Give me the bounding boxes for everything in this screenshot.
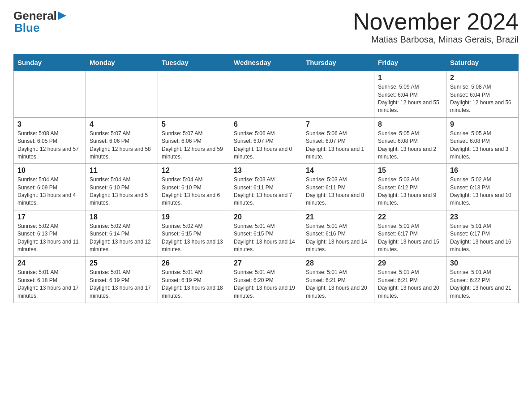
calendar-cell: 24Sunrise: 5:01 AM Sunset: 6:18 PM Dayli…	[14, 257, 86, 303]
day-number: 8	[378, 120, 442, 128]
day-info: Sunrise: 5:03 AM Sunset: 6:11 PM Dayligh…	[306, 176, 370, 207]
day-info: Sunrise: 5:08 AM Sunset: 6:04 PM Dayligh…	[450, 83, 515, 115]
day-number: 25	[90, 259, 154, 267]
day-info: Sunrise: 5:01 AM Sunset: 6:22 PM Dayligh…	[450, 269, 515, 300]
calendar-cell: 25Sunrise: 5:01 AM Sunset: 6:19 PM Dayli…	[86, 257, 158, 303]
calendar-table: SundayMondayTuesdayWednesdayThursdayFrid…	[13, 54, 519, 303]
day-number: 30	[450, 259, 515, 267]
title-area: November 2024 Matias Barbosa, Minas Gera…	[353, 9, 519, 45]
day-number: 29	[378, 259, 442, 267]
day-number: 11	[90, 167, 154, 175]
day-info: Sunrise: 5:01 AM Sunset: 6:20 PM Dayligh…	[234, 269, 298, 300]
day-number: 6	[234, 120, 298, 128]
day-info: Sunrise: 5:03 AM Sunset: 6:12 PM Dayligh…	[378, 176, 442, 207]
calendar-cell: 22Sunrise: 5:01 AM Sunset: 6:17 PM Dayli…	[374, 210, 446, 257]
day-info: Sunrise: 5:02 AM Sunset: 6:15 PM Dayligh…	[162, 223, 226, 254]
calendar-cell: 26Sunrise: 5:01 AM Sunset: 6:19 PM Dayli…	[158, 257, 230, 303]
day-info: Sunrise: 5:05 AM Sunset: 6:08 PM Dayligh…	[378, 130, 442, 161]
day-info: Sunrise: 5:02 AM Sunset: 6:14 PM Dayligh…	[90, 223, 154, 254]
day-info: Sunrise: 5:04 AM Sunset: 6:10 PM Dayligh…	[162, 176, 226, 207]
calendar-cell: 3Sunrise: 5:08 AM Sunset: 6:05 PM Daylig…	[14, 117, 86, 164]
calendar-cell: 17Sunrise: 5:02 AM Sunset: 6:13 PM Dayli…	[14, 210, 86, 257]
calendar-cell: 1Sunrise: 5:09 AM Sunset: 6:04 PM Daylig…	[374, 71, 446, 118]
day-number: 12	[162, 167, 226, 175]
calendar-cell: 29Sunrise: 5:01 AM Sunset: 6:21 PM Dayli…	[374, 257, 446, 303]
day-info: Sunrise: 5:01 AM Sunset: 6:16 PM Dayligh…	[306, 223, 370, 254]
day-number: 27	[234, 259, 298, 267]
day-number: 14	[306, 167, 370, 175]
calendar-week-row: 17Sunrise: 5:02 AM Sunset: 6:13 PM Dayli…	[14, 210, 519, 257]
day-of-week-header: Tuesday	[158, 54, 230, 71]
day-info: Sunrise: 5:01 AM Sunset: 6:21 PM Dayligh…	[378, 269, 442, 300]
day-of-week-header: Sunday	[14, 54, 86, 71]
calendar-cell: 16Sunrise: 5:02 AM Sunset: 6:13 PM Dayli…	[446, 164, 519, 210]
calendar-cell	[86, 71, 158, 118]
calendar-cell: 6Sunrise: 5:06 AM Sunset: 6:07 PM Daylig…	[230, 117, 302, 164]
calendar-week-row: 10Sunrise: 5:04 AM Sunset: 6:09 PM Dayli…	[14, 164, 519, 210]
calendar-cell: 13Sunrise: 5:03 AM Sunset: 6:11 PM Dayli…	[230, 164, 302, 210]
calendar-cell: 21Sunrise: 5:01 AM Sunset: 6:16 PM Dayli…	[302, 210, 374, 257]
calendar-week-row: 1Sunrise: 5:09 AM Sunset: 6:04 PM Daylig…	[14, 71, 519, 118]
day-info: Sunrise: 5:01 AM Sunset: 6:17 PM Dayligh…	[378, 223, 442, 254]
calendar-cell: 19Sunrise: 5:02 AM Sunset: 6:15 PM Dayli…	[158, 210, 230, 257]
calendar-cell: 9Sunrise: 5:05 AM Sunset: 6:08 PM Daylig…	[446, 117, 519, 164]
day-info: Sunrise: 5:07 AM Sunset: 6:06 PM Dayligh…	[162, 130, 226, 161]
day-info: Sunrise: 5:01 AM Sunset: 6:19 PM Dayligh…	[90, 269, 154, 300]
day-info: Sunrise: 5:05 AM Sunset: 6:08 PM Dayligh…	[450, 130, 515, 161]
day-number: 26	[162, 259, 226, 267]
day-info: Sunrise: 5:09 AM Sunset: 6:04 PM Dayligh…	[378, 83, 442, 115]
calendar-header-row: SundayMondayTuesdayWednesdayThursdayFrid…	[14, 54, 519, 71]
month-title: November 2024	[353, 9, 519, 34]
calendar-cell: 15Sunrise: 5:03 AM Sunset: 6:12 PM Dayli…	[374, 164, 446, 210]
day-info: Sunrise: 5:08 AM Sunset: 6:05 PM Dayligh…	[17, 130, 82, 161]
day-number: 5	[162, 120, 226, 128]
calendar-cell: 8Sunrise: 5:05 AM Sunset: 6:08 PM Daylig…	[374, 117, 446, 164]
calendar-cell: 23Sunrise: 5:01 AM Sunset: 6:17 PM Dayli…	[446, 210, 519, 257]
logo-arrow-icon	[57, 11, 67, 21]
day-number: 2	[450, 74, 515, 82]
day-info: Sunrise: 5:04 AM Sunset: 6:09 PM Dayligh…	[17, 176, 82, 207]
day-number: 17	[17, 213, 82, 221]
calendar-cell: 7Sunrise: 5:06 AM Sunset: 6:07 PM Daylig…	[302, 117, 374, 164]
calendar-cell: 2Sunrise: 5:08 AM Sunset: 6:04 PM Daylig…	[446, 71, 519, 118]
calendar-cell: 11Sunrise: 5:04 AM Sunset: 6:10 PM Dayli…	[86, 164, 158, 210]
calendar-cell: 12Sunrise: 5:04 AM Sunset: 6:10 PM Dayli…	[158, 164, 230, 210]
day-info: Sunrise: 5:01 AM Sunset: 6:21 PM Dayligh…	[306, 269, 370, 300]
calendar-cell: 14Sunrise: 5:03 AM Sunset: 6:11 PM Dayli…	[302, 164, 374, 210]
day-number: 19	[162, 213, 226, 221]
logo-blue-text: Blue	[14, 21, 39, 34]
calendar-cell	[158, 71, 230, 118]
day-info: Sunrise: 5:01 AM Sunset: 6:15 PM Dayligh…	[234, 223, 298, 254]
calendar-cell	[230, 71, 302, 118]
day-number: 3	[17, 120, 82, 128]
day-number: 24	[17, 259, 82, 267]
calendar-week-row: 24Sunrise: 5:01 AM Sunset: 6:18 PM Dayli…	[14, 257, 519, 303]
page-header: General Blue November 2024 Matias Barbos…	[13, 9, 519, 45]
day-of-week-header: Saturday	[446, 54, 519, 71]
day-info: Sunrise: 5:04 AM Sunset: 6:10 PM Dayligh…	[90, 176, 154, 207]
day-number: 22	[378, 213, 442, 221]
calendar-cell: 18Sunrise: 5:02 AM Sunset: 6:14 PM Dayli…	[86, 210, 158, 257]
day-number: 28	[306, 259, 370, 267]
calendar-cell: 28Sunrise: 5:01 AM Sunset: 6:21 PM Dayli…	[302, 257, 374, 303]
calendar-cell: 30Sunrise: 5:01 AM Sunset: 6:22 PM Dayli…	[446, 257, 519, 303]
day-number: 23	[450, 213, 515, 221]
location-title: Matias Barbosa, Minas Gerais, Brazil	[353, 34, 519, 45]
day-info: Sunrise: 5:06 AM Sunset: 6:07 PM Dayligh…	[234, 130, 298, 161]
calendar-cell: 5Sunrise: 5:07 AM Sunset: 6:06 PM Daylig…	[158, 117, 230, 164]
day-number: 20	[234, 213, 298, 221]
day-info: Sunrise: 5:06 AM Sunset: 6:07 PM Dayligh…	[306, 130, 370, 161]
calendar-cell: 4Sunrise: 5:07 AM Sunset: 6:06 PM Daylig…	[86, 117, 158, 164]
day-number: 1	[378, 74, 442, 82]
day-of-week-header: Monday	[86, 54, 158, 71]
day-number: 4	[90, 120, 154, 128]
day-info: Sunrise: 5:01 AM Sunset: 6:17 PM Dayligh…	[450, 223, 515, 254]
calendar-cell: 20Sunrise: 5:01 AM Sunset: 6:15 PM Dayli…	[230, 210, 302, 257]
logo: General Blue	[13, 9, 67, 35]
day-of-week-header: Friday	[374, 54, 446, 71]
calendar-cell: 27Sunrise: 5:01 AM Sunset: 6:20 PM Dayli…	[230, 257, 302, 303]
day-number: 15	[378, 167, 442, 175]
day-number: 21	[306, 213, 370, 221]
day-info: Sunrise: 5:03 AM Sunset: 6:11 PM Dayligh…	[234, 176, 298, 207]
day-info: Sunrise: 5:02 AM Sunset: 6:13 PM Dayligh…	[450, 176, 515, 207]
